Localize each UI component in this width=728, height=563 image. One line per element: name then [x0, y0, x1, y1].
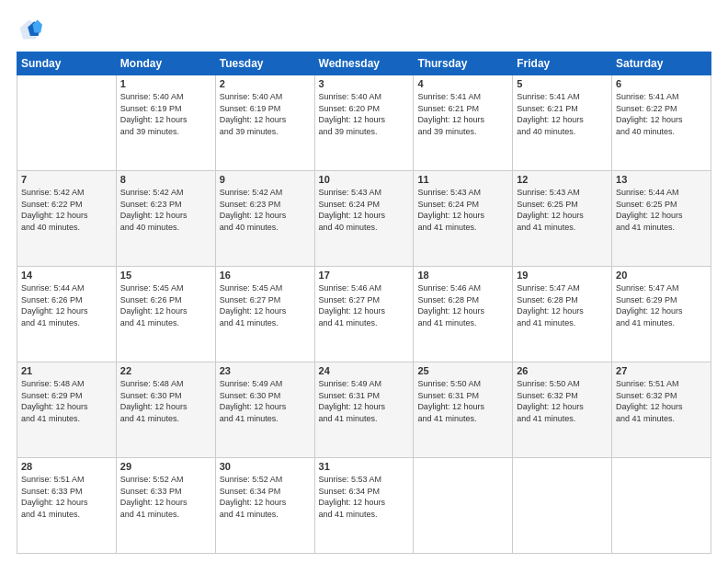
day-info: Sunrise: 5:51 AM Sunset: 6:32 PM Dayligh…	[616, 378, 707, 424]
day-number: 14	[21, 270, 112, 281]
calendar-cell: 19Sunrise: 5:47 AM Sunset: 6:28 PM Dayli…	[513, 267, 612, 362]
day-number: 2	[220, 78, 311, 89]
calendar-cell: 24Sunrise: 5:49 AM Sunset: 6:31 PM Dayli…	[314, 362, 414, 458]
calendar-cell	[414, 458, 513, 554]
weekday-header: Saturday	[612, 52, 711, 75]
calendar-cell: 8Sunrise: 5:42 AM Sunset: 6:23 PM Daylig…	[116, 171, 215, 267]
day-number: 18	[417, 270, 508, 281]
day-number: 12	[517, 174, 608, 185]
calendar-cell: 25Sunrise: 5:50 AM Sunset: 6:31 PM Dayli…	[414, 362, 513, 458]
day-number: 20	[616, 270, 707, 281]
calendar-cell: 9Sunrise: 5:42 AM Sunset: 6:23 PM Daylig…	[215, 171, 314, 267]
calendar-cell	[513, 458, 612, 554]
calendar-cell: 23Sunrise: 5:49 AM Sunset: 6:30 PM Dayli…	[215, 362, 314, 458]
calendar-week-row: 28Sunrise: 5:51 AM Sunset: 6:33 PM Dayli…	[17, 458, 711, 554]
day-info: Sunrise: 5:46 AM Sunset: 6:28 PM Dayligh…	[417, 282, 508, 328]
day-number: 23	[220, 365, 311, 376]
day-info: Sunrise: 5:42 AM Sunset: 6:22 PM Dayligh…	[21, 187, 112, 233]
day-info: Sunrise: 5:40 AM Sunset: 6:20 PM Dayligh…	[319, 91, 410, 137]
day-number: 13	[616, 174, 707, 185]
logo-icon	[17, 17, 42, 42]
day-info: Sunrise: 5:43 AM Sunset: 6:24 PM Dayligh…	[319, 187, 410, 233]
calendar-cell: 18Sunrise: 5:46 AM Sunset: 6:28 PM Dayli…	[414, 267, 513, 362]
calendar-cell: 11Sunrise: 5:43 AM Sunset: 6:24 PM Dayli…	[414, 171, 513, 267]
day-info: Sunrise: 5:43 AM Sunset: 6:25 PM Dayligh…	[517, 187, 608, 233]
day-number: 21	[21, 365, 112, 376]
page: SundayMondayTuesdayWednesdayThursdayFrid…	[0, 0, 728, 563]
calendar-week-row: 1Sunrise: 5:40 AM Sunset: 6:19 PM Daylig…	[17, 75, 711, 171]
day-info: Sunrise: 5:44 AM Sunset: 6:26 PM Dayligh…	[21, 282, 112, 328]
day-number: 22	[120, 365, 211, 376]
day-info: Sunrise: 5:49 AM Sunset: 6:31 PM Dayligh…	[319, 378, 410, 424]
calendar-table: SundayMondayTuesdayWednesdayThursdayFrid…	[17, 52, 711, 554]
day-number: 25	[417, 365, 508, 376]
header	[17, 17, 711, 42]
day-number: 7	[21, 174, 112, 185]
logo	[17, 17, 46, 42]
calendar-cell: 2Sunrise: 5:40 AM Sunset: 6:19 PM Daylig…	[215, 75, 314, 171]
day-info: Sunrise: 5:41 AM Sunset: 6:22 PM Dayligh…	[616, 91, 707, 137]
calendar-week-row: 7Sunrise: 5:42 AM Sunset: 6:22 PM Daylig…	[17, 171, 711, 267]
calendar-week-row: 21Sunrise: 5:48 AM Sunset: 6:29 PM Dayli…	[17, 362, 711, 458]
calendar-cell: 16Sunrise: 5:45 AM Sunset: 6:27 PM Dayli…	[215, 267, 314, 362]
calendar-cell: 4Sunrise: 5:41 AM Sunset: 6:21 PM Daylig…	[414, 75, 513, 171]
day-number: 15	[120, 270, 211, 281]
day-number: 9	[220, 174, 311, 185]
day-info: Sunrise: 5:44 AM Sunset: 6:25 PM Dayligh…	[616, 187, 707, 233]
weekday-header: Thursday	[414, 52, 513, 75]
day-info: Sunrise: 5:49 AM Sunset: 6:30 PM Dayligh…	[220, 378, 311, 424]
weekday-header: Sunday	[17, 52, 117, 75]
day-number: 5	[517, 78, 608, 89]
day-number: 4	[417, 78, 508, 89]
calendar-cell: 20Sunrise: 5:47 AM Sunset: 6:29 PM Dayli…	[612, 267, 711, 362]
day-number: 31	[319, 461, 410, 472]
day-info: Sunrise: 5:46 AM Sunset: 6:27 PM Dayligh…	[319, 282, 410, 328]
day-info: Sunrise: 5:50 AM Sunset: 6:32 PM Dayligh…	[517, 378, 608, 424]
calendar-cell	[17, 75, 117, 171]
day-info: Sunrise: 5:50 AM Sunset: 6:31 PM Dayligh…	[417, 378, 508, 424]
calendar-cell: 15Sunrise: 5:45 AM Sunset: 6:26 PM Dayli…	[116, 267, 215, 362]
calendar-week-row: 14Sunrise: 5:44 AM Sunset: 6:26 PM Dayli…	[17, 267, 711, 362]
day-number: 16	[220, 270, 311, 281]
calendar-cell: 21Sunrise: 5:48 AM Sunset: 6:29 PM Dayli…	[17, 362, 117, 458]
calendar-cell: 3Sunrise: 5:40 AM Sunset: 6:20 PM Daylig…	[314, 75, 414, 171]
weekday-header: Tuesday	[215, 52, 314, 75]
calendar-cell: 14Sunrise: 5:44 AM Sunset: 6:26 PM Dayli…	[17, 267, 117, 362]
day-info: Sunrise: 5:52 AM Sunset: 6:34 PM Dayligh…	[220, 474, 311, 520]
calendar-cell: 7Sunrise: 5:42 AM Sunset: 6:22 PM Daylig…	[17, 171, 117, 267]
day-info: Sunrise: 5:40 AM Sunset: 6:19 PM Dayligh…	[120, 91, 211, 137]
day-number: 24	[319, 365, 410, 376]
day-info: Sunrise: 5:41 AM Sunset: 6:21 PM Dayligh…	[417, 91, 508, 137]
weekday-header: Friday	[513, 52, 612, 75]
day-info: Sunrise: 5:42 AM Sunset: 6:23 PM Dayligh…	[120, 187, 211, 233]
calendar-cell: 12Sunrise: 5:43 AM Sunset: 6:25 PM Dayli…	[513, 171, 612, 267]
day-number: 6	[616, 78, 707, 89]
weekday-header: Wednesday	[314, 52, 414, 75]
weekday-header: Monday	[116, 52, 215, 75]
day-info: Sunrise: 5:47 AM Sunset: 6:28 PM Dayligh…	[517, 282, 608, 328]
day-info: Sunrise: 5:48 AM Sunset: 6:30 PM Dayligh…	[120, 378, 211, 424]
day-info: Sunrise: 5:42 AM Sunset: 6:23 PM Dayligh…	[220, 187, 311, 233]
day-number: 29	[120, 461, 211, 472]
calendar-cell: 27Sunrise: 5:51 AM Sunset: 6:32 PM Dayli…	[612, 362, 711, 458]
calendar-cell: 28Sunrise: 5:51 AM Sunset: 6:33 PM Dayli…	[17, 458, 117, 554]
weekday-header-row: SundayMondayTuesdayWednesdayThursdayFrid…	[17, 52, 711, 75]
day-number: 27	[616, 365, 707, 376]
calendar-cell: 30Sunrise: 5:52 AM Sunset: 6:34 PM Dayli…	[215, 458, 314, 554]
calendar-cell: 5Sunrise: 5:41 AM Sunset: 6:21 PM Daylig…	[513, 75, 612, 171]
day-number: 8	[120, 174, 211, 185]
calendar-cell: 31Sunrise: 5:53 AM Sunset: 6:34 PM Dayli…	[314, 458, 414, 554]
day-info: Sunrise: 5:45 AM Sunset: 6:27 PM Dayligh…	[220, 282, 311, 328]
calendar-cell: 17Sunrise: 5:46 AM Sunset: 6:27 PM Dayli…	[314, 267, 414, 362]
day-info: Sunrise: 5:53 AM Sunset: 6:34 PM Dayligh…	[319, 474, 410, 520]
day-number: 28	[21, 461, 112, 472]
day-number: 3	[319, 78, 410, 89]
day-info: Sunrise: 5:45 AM Sunset: 6:26 PM Dayligh…	[120, 282, 211, 328]
calendar-cell: 22Sunrise: 5:48 AM Sunset: 6:30 PM Dayli…	[116, 362, 215, 458]
day-number: 10	[319, 174, 410, 185]
calendar-cell: 6Sunrise: 5:41 AM Sunset: 6:22 PM Daylig…	[612, 75, 711, 171]
calendar-cell: 10Sunrise: 5:43 AM Sunset: 6:24 PM Dayli…	[314, 171, 414, 267]
day-number: 11	[417, 174, 508, 185]
day-info: Sunrise: 5:52 AM Sunset: 6:33 PM Dayligh…	[120, 474, 211, 520]
calendar-cell	[612, 458, 711, 554]
